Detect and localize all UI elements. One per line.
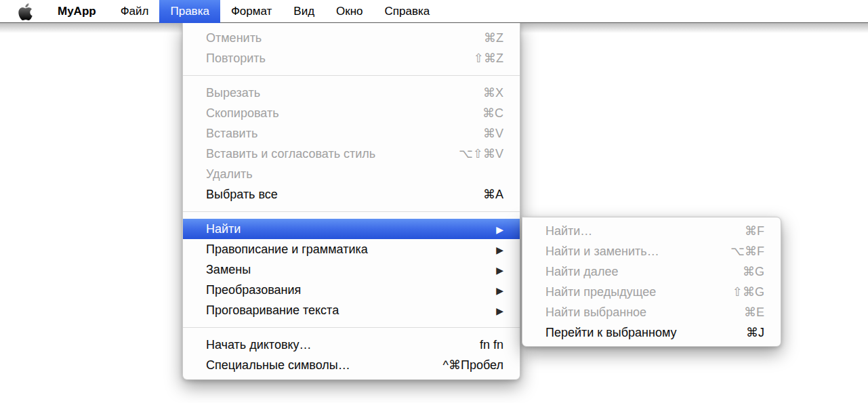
menu-item-label: Найти далее — [545, 265, 743, 279]
apple-menu[interactable] — [7, 0, 44, 23]
menu-item-copy: Скопировать ⌘C — [183, 103, 520, 123]
menu-item-label: Начать диктовку… — [206, 338, 480, 352]
menu-item-label: Вырезать — [206, 86, 483, 100]
menu-item-label: Специальные символы… — [206, 358, 443, 373]
menu-item-select-all[interactable]: Выбрать все ⌘A — [183, 184, 520, 205]
menu-item-shortcut: ⌘F — [745, 224, 764, 238]
menu-item-undo: Отменить ⌘Z — [183, 28, 520, 48]
menu-item-shortcut: ⌘V — [483, 126, 503, 141]
menu-item-shortcut: ⌥⇧⌘V — [459, 146, 503, 161]
submenu-arrow-icon: ▶ — [496, 285, 503, 296]
menubar-item-file[interactable]: Файл — [110, 0, 160, 23]
submenu-item-find-and-replace: Найти и заменить… ⌥⌘F — [522, 241, 781, 261]
menu-item-shortcut: ⇧⌘G — [732, 284, 764, 299]
menu-item-shortcut: ⌘G — [743, 264, 764, 279]
submenu-item-find-previous: Найти предыдущее ⇧⌘G — [522, 282, 781, 302]
menu-item-label: Отменить — [206, 31, 484, 45]
menubar-item-edit[interactable]: Правка — [159, 0, 220, 23]
menu-item-label: Найти предыдущее — [545, 285, 732, 299]
menu-item-shortcut: ⌘X — [483, 85, 503, 100]
submenu-item-find-next: Найти далее ⌘G — [522, 261, 781, 282]
menu-item-label: Найти и заменить… — [545, 245, 730, 259]
menu-item-label: Проговаривание текста — [206, 303, 496, 318]
menu-item-delete: Удалить — [183, 164, 520, 184]
submenu-arrow-icon: ▶ — [496, 224, 503, 235]
submenu-item-use-selection-for-find: Найти выбранное ⌘E — [522, 302, 781, 322]
submenu-item-find: Найти… ⌘F — [522, 221, 781, 241]
menubar-item-view[interactable]: Вид — [283, 0, 325, 23]
submenu-arrow-icon: ▶ — [496, 265, 503, 276]
separator — [183, 75, 520, 76]
separator — [183, 211, 520, 212]
menubar-item-app-name[interactable]: MyApp — [44, 0, 110, 23]
menubar-item-help[interactable]: Справка — [374, 0, 441, 23]
menu-item-paste-and-match-style: Вставить и согласовать стиль ⌥⇧⌘V — [183, 144, 520, 164]
menu-item-shortcut: ⌘E — [744, 305, 764, 320]
separator — [183, 327, 520, 328]
menu-item-label: Вставить и согласовать стиль — [206, 147, 459, 161]
menu-item-redo: Повторить ⇧⌘Z — [183, 48, 520, 68]
menu-item-label: Найти выбранное — [545, 305, 744, 320]
menu-item-label: Преобразования — [206, 283, 496, 297]
menu-item-label: Скопировать — [206, 106, 482, 121]
menu-item-substitutions[interactable]: Замены ▶ — [183, 259, 520, 280]
menu-item-shortcut: ⌘Z — [484, 30, 503, 45]
menu-item-shortcut: fn fn — [480, 338, 503, 352]
menubar-item-window[interactable]: Окно — [325, 0, 374, 23]
menu-item-label: Замены — [206, 263, 496, 277]
menu-item-label: Перейти к выбранному — [545, 326, 746, 340]
menu-item-shortcut: ⌥⌘F — [730, 244, 764, 259]
menu-item-label: Правописание и грамматика — [206, 242, 496, 257]
menu-item-special-characters[interactable]: Специальные символы… ^⌘Пробел — [183, 355, 520, 375]
menu-item-label: Удалить — [206, 167, 503, 182]
menu-item-shortcut: ⇧⌘Z — [474, 51, 503, 66]
menu-item-speech[interactable]: Проговаривание текста ▶ — [183, 300, 520, 320]
menu-item-shortcut: ^⌘Пробел — [443, 358, 503, 373]
apple-icon — [18, 3, 33, 20]
submenu-item-jump-to-selection[interactable]: Перейти к выбранному ⌘J — [522, 322, 781, 343]
find-submenu: Найти… ⌘F Найти и заменить… ⌥⌘F Найти да… — [522, 217, 781, 347]
edit-menu: Отменить ⌘Z Повторить ⇧⌘Z Вырезать ⌘X Ск… — [182, 23, 520, 380]
menu-item-label: Найти — [206, 222, 496, 236]
submenu-arrow-icon: ▶ — [496, 305, 503, 316]
menu-bar: MyApp Файл Правка Формат Вид Окно Справк… — [0, 0, 868, 23]
submenu-arrow-icon: ▶ — [496, 245, 503, 255]
menu-item-transformations[interactable]: Преобразования ▶ — [183, 280, 520, 300]
menu-item-label: Выбрать все — [206, 188, 483, 202]
menu-item-label: Повторить — [206, 51, 474, 66]
menubar-item-format[interactable]: Формат — [220, 0, 283, 23]
menu-item-label: Найти… — [545, 224, 745, 238]
menu-item-start-dictation[interactable]: Начать диктовку… fn fn — [183, 335, 520, 355]
menu-item-cut: Вырезать ⌘X — [183, 83, 520, 103]
menu-item-find[interactable]: Найти ▶ — [183, 219, 520, 239]
menu-item-paste: Вставить ⌘V — [183, 123, 520, 144]
menu-item-shortcut: ⌘C — [482, 106, 503, 121]
menu-item-spelling-and-grammar[interactable]: Правописание и грамматика ▶ — [183, 239, 520, 259]
menu-item-shortcut: ⌘J — [746, 325, 764, 340]
menu-item-shortcut: ⌘A — [483, 187, 503, 202]
menu-item-label: Вставить — [206, 127, 483, 141]
